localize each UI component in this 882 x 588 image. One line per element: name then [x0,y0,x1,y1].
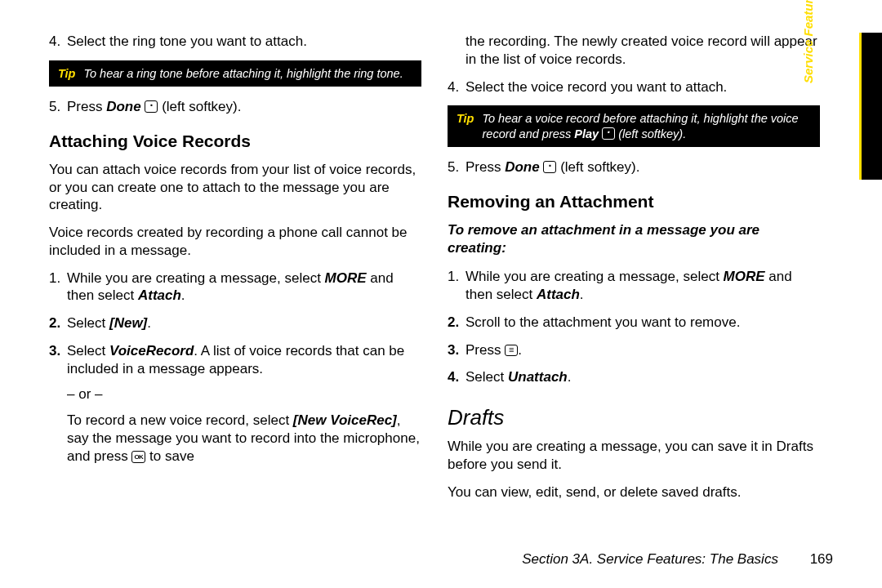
footer-section: Section 3A. Service Features: The Basics [522,551,778,567]
step-number: 5. [49,98,60,116]
section-tab: Service Features [859,33,882,180]
or-divider: – or – [67,385,421,403]
body-text: You can view, edit, send, or delete save… [448,483,820,501]
page-number: 169 [810,550,833,568]
step-number: 4. [49,33,60,51]
list-item: 1. While you are creating a message, sel… [448,268,820,304]
step-text: Press Done (left softkey). [67,99,241,114]
body-text: While you are creating a message, you ca… [448,438,820,474]
list-item: 3. Press . [448,341,820,359]
intro-text: To remove an attachment in a message you… [448,221,820,257]
list-item: 2. Scroll to the attachment you want to … [448,314,820,332]
step-text: Press Done (left softkey). [466,159,639,175]
step-5: 5. Press Done (left softkey). [49,98,421,116]
step-number: 1. [448,268,459,286]
step-text: While you are creating a message, select… [466,269,792,302]
list-item: 4. Select Unattach. [448,368,820,386]
step-text: Select the voice record you want to atta… [466,79,727,95]
body-text: Voice records created by recording a pho… [49,224,421,260]
step-text: Select the ring tone you want to attach. [67,33,307,49]
menu-key-icon [505,345,518,356]
step-number: 4. [448,368,459,386]
step-text: Scroll to the attachment you want to rem… [466,314,740,330]
step-number: 4. [448,78,459,96]
step-number: 3. [49,342,60,360]
step-4: 4. Select the ring tone you want to atta… [49,33,421,51]
step-number: 2. [49,314,60,332]
step-text: Select [New]. [67,315,151,331]
ok-key-icon [131,451,145,463]
step-text: While you are creating a message, select… [67,270,394,304]
step-number: 3. [448,341,459,359]
list-item: 2. Select [New]. [49,314,421,332]
heading-attaching-voice-records: Attaching Voice Records [49,131,421,153]
sub-step: To record a new voice record, select [Ne… [67,412,421,465]
heading-drafts: Drafts [448,404,820,431]
step-number: 5. [448,158,459,176]
list-item: 4. Select the voice record you want to a… [448,78,820,96]
softkey-icon [602,127,615,140]
heading-removing-attachment: Removing an Attachment [448,191,820,213]
body-text: You can attach voice records from your l… [49,161,421,214]
softkey-icon [543,161,556,173]
continuation-text: the recording. The newly created voice r… [448,33,820,69]
step-number: 1. [49,270,60,287]
list-item: 5. Press Done (left softkey). [448,158,820,176]
step-text: Press . [466,342,522,358]
step-number: 2. [448,314,459,332]
list-item: 3. Select VoiceRecord. A list of voice r… [49,342,421,466]
page-footer: Section 3A. Service Features: The Basics… [522,550,833,568]
step-text: Select Unattach. [466,369,571,385]
step-text: Select VoiceRecord. A list of voice reco… [67,343,404,376]
tip-label: Tip [448,106,482,146]
tip-box: Tip To hear a voice record before attach… [448,105,820,147]
tip-label: Tip [50,61,83,87]
section-tab-label: Service Features [800,0,816,108]
right-column: the recording. The newly created voice r… [448,33,833,511]
tip-body: To hear a voice record before attaching … [482,106,819,146]
list-item: 1. While you are creating a message, sel… [49,270,421,305]
softkey-icon [145,100,158,113]
tip-box: Tip To hear a ring tone before attaching… [49,60,421,87]
left-column: 4. Select the ring tone you want to atta… [49,33,421,511]
tip-body: To hear a ring tone before attaching it,… [83,61,421,87]
